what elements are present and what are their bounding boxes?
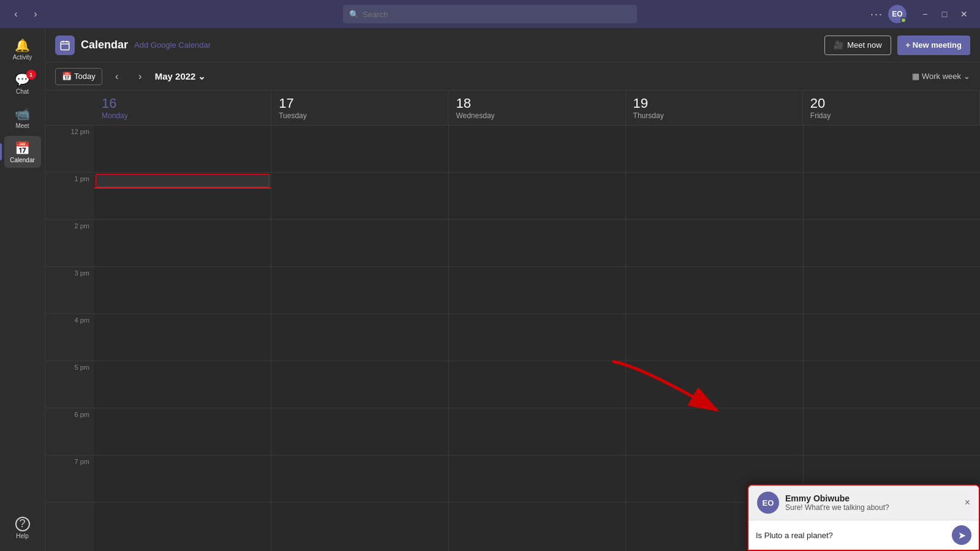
- day-header-tue: 17 Tuesday: [271, 91, 448, 125]
- time-1pm: 1 pm: [45, 173, 94, 220]
- day-header-mon: 16 Monday: [94, 91, 271, 125]
- cell-mon-3pm[interactable]: [94, 267, 271, 314]
- view-selector[interactable]: ▦ Work week ⌄: [912, 72, 970, 81]
- cell-tue-3pm[interactable]: [271, 267, 448, 314]
- sidebar-item-calendar[interactable]: 📅 Calendar: [4, 136, 41, 168]
- cell-tue-1pm[interactable]: [271, 173, 448, 220]
- day-name-wed: Wednesday: [456, 111, 617, 120]
- cell-thu-12pm[interactable]: [626, 126, 802, 173]
- back-button[interactable]: ‹: [7, 6, 24, 23]
- cell-fri-12pm[interactable]: [804, 126, 980, 173]
- cell-mon-7pm[interactable]: [94, 455, 271, 503]
- cell-wed-7pm[interactable]: [449, 455, 625, 503]
- sidebar-label-chat: Chat: [16, 88, 29, 95]
- month-label[interactable]: May 2022 ⌄: [155, 71, 206, 82]
- maximize-button[interactable]: □: [936, 6, 953, 23]
- help-icon: ?: [15, 517, 30, 531]
- more-options-button[interactable]: ···: [870, 8, 883, 21]
- cell-wed-4pm[interactable]: [449, 314, 625, 361]
- calendar-app-icon: [55, 36, 75, 55]
- day-column-tue[interactable]: [271, 126, 448, 551]
- cell-mon-4pm[interactable]: [94, 314, 271, 361]
- sidebar: 🔔 Activity 💬 Chat 1 📹 Meet 📅 Calendar ? …: [0, 28, 45, 551]
- cell-wed-12pm[interactable]: [449, 126, 625, 173]
- meet-now-button[interactable]: 🎥 Meet now: [824, 36, 891, 55]
- user-avatar[interactable]: EO: [888, 5, 907, 23]
- cell-wed-1pm[interactable]: [449, 173, 625, 220]
- cell-mon-6pm[interactable]: [94, 408, 271, 455]
- search-input[interactable]: [363, 10, 631, 19]
- calendar-sub-header: 📅 Today ‹ › May 2022 ⌄ ▦ Work week ⌄: [45, 62, 980, 91]
- cell-thu-3pm[interactable]: [626, 267, 802, 314]
- day-header-wed: 18 Wednesday: [448, 91, 625, 125]
- chat-badge: 1: [26, 70, 36, 80]
- day-name-tue: Tuesday: [279, 111, 440, 120]
- day-headers: 16 Monday 17 Tuesday 18 Wednesday 19 Thu…: [45, 91, 980, 126]
- chat-popup-close-button[interactable]: ×: [965, 497, 970, 508]
- send-icon: ➤: [958, 530, 966, 541]
- cell-mon-1pm[interactable]: [94, 173, 271, 220]
- calendar-icon: 📅: [15, 141, 30, 156]
- day-name-mon: Monday: [102, 111, 263, 120]
- cell-mon-5pm[interactable]: [94, 361, 271, 408]
- time-2pm: 2 pm: [45, 220, 94, 267]
- cell-thu-1pm[interactable]: [626, 173, 802, 220]
- cell-wed-6pm[interactable]: [449, 408, 625, 455]
- cell-fri-1pm[interactable]: [804, 173, 980, 220]
- cell-wed-3pm[interactable]: [449, 267, 625, 314]
- prev-week-button[interactable]: ‹: [108, 68, 126, 85]
- close-button[interactable]: ✕: [956, 6, 973, 23]
- cell-tue-5pm[interactable]: [271, 361, 448, 408]
- minimize-button[interactable]: −: [916, 6, 933, 23]
- cell-thu-2pm[interactable]: [626, 220, 802, 267]
- chat-send-button[interactable]: ➤: [952, 525, 971, 545]
- cell-thu-4pm[interactable]: [626, 314, 802, 361]
- cell-mon-12pm[interactable]: [94, 126, 271, 173]
- day-number-20: 20: [810, 96, 972, 111]
- cell-thu-5pm[interactable]: [626, 361, 802, 408]
- time-column: 12 pm 1 pm 2 pm 3 pm 4 pm 5 pm 6 pm 7 pm: [45, 126, 94, 551]
- nav-buttons: ‹ ›: [7, 6, 44, 23]
- next-week-button[interactable]: ›: [132, 68, 149, 85]
- cell-tue-6pm[interactable]: [271, 408, 448, 455]
- sidebar-label-help: Help: [16, 533, 29, 539]
- sidebar-item-activity[interactable]: 🔔 Activity: [4, 33, 41, 65]
- cell-tue-7pm[interactable]: [271, 455, 448, 503]
- cell-fri-5pm[interactable]: [804, 361, 980, 408]
- time-4pm: 4 pm: [45, 314, 94, 361]
- cell-fri-6pm[interactable]: [804, 408, 980, 455]
- chat-popup-info: Emmy Obiwube Sure! What're we talking ab…: [785, 493, 889, 512]
- grid-icon: ▦: [912, 72, 919, 81]
- chat-popup: EO Emmy Obiwube Sure! What're we talking…: [747, 484, 980, 551]
- sidebar-bottom: ? Help: [4, 512, 41, 544]
- activity-icon: 🔔: [15, 38, 30, 53]
- time-12pm: 12 pm: [45, 126, 94, 173]
- meet-icon: 📹: [15, 107, 30, 121]
- cell-fri-4pm[interactable]: [804, 314, 980, 361]
- chat-input[interactable]: [756, 531, 952, 540]
- add-google-button[interactable]: Add Google Calendar: [134, 40, 211, 50]
- cell-fri-2pm[interactable]: [804, 220, 980, 267]
- sidebar-item-chat[interactable]: 💬 Chat 1: [4, 67, 41, 99]
- cell-thu-6pm[interactable]: [626, 408, 802, 455]
- main-content: Calendar Add Google Calendar 🎥 Meet now …: [45, 28, 980, 551]
- cell-wed-5pm[interactable]: [449, 361, 625, 408]
- day-column-mon[interactable]: [94, 126, 271, 551]
- cell-fri-3pm[interactable]: [804, 267, 980, 314]
- cell-mon-2pm[interactable]: [94, 220, 271, 267]
- cell-tue-2pm[interactable]: [271, 220, 448, 267]
- time-7pm: 7 pm: [45, 455, 94, 503]
- chat-popup-name: Emmy Obiwube: [785, 493, 889, 503]
- sidebar-item-help[interactable]: ? Help: [4, 512, 41, 544]
- svg-rect-0: [61, 42, 69, 50]
- forward-button[interactable]: ›: [27, 6, 44, 23]
- search-bar[interactable]: 🔍: [343, 5, 637, 23]
- cell-wed-2pm[interactable]: [449, 220, 625, 267]
- cell-tue-4pm[interactable]: [271, 314, 448, 361]
- cell-tue-12pm[interactable]: [271, 126, 448, 173]
- new-meeting-button[interactable]: + New meeting: [897, 36, 970, 55]
- sidebar-item-meet[interactable]: 📹 Meet: [4, 102, 41, 133]
- calendar-small-icon: 📅: [62, 72, 72, 81]
- today-button[interactable]: 📅 Today: [55, 68, 102, 85]
- day-column-wed[interactable]: [449, 126, 626, 551]
